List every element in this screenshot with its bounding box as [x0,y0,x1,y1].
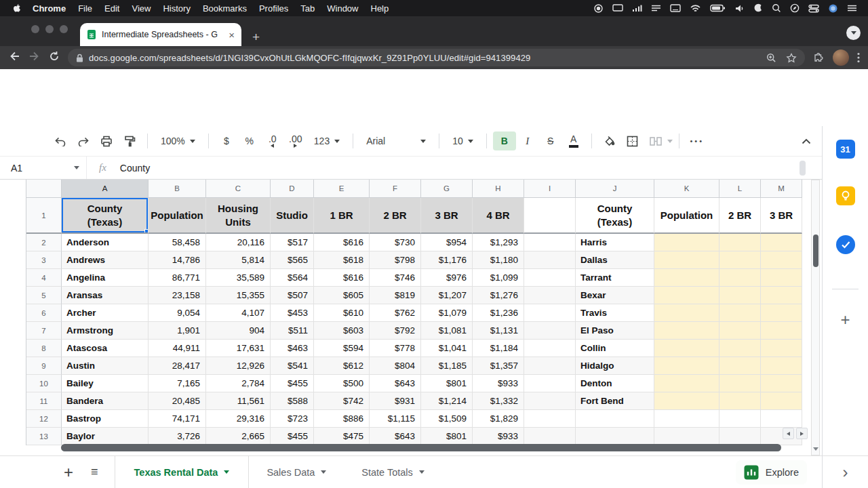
cell-F4[interactable]: $746 [370,269,421,287]
compass-icon[interactable] [790,3,800,13]
redo-button[interactable] [72,131,95,150]
extensions-puzzle-icon[interactable] [813,52,825,64]
formula-bar-handle[interactable] [800,161,806,176]
screen-record-icon[interactable] [593,3,604,14]
cell-C11[interactable]: 11,561 [206,392,271,410]
cell-E8[interactable]: $594 [314,340,370,357]
cell-F12[interactable]: $1,115 [370,410,421,428]
cell-C3[interactable]: 5,814 [206,251,271,269]
col-header-E[interactable]: E [314,180,370,198]
cell-G13[interactable]: $801 [421,428,473,445]
cell-A4[interactable]: Angelina [62,269,149,287]
col-header-B[interactable]: B [149,180,206,198]
cell-B3[interactable]: 14,786 [149,251,206,269]
cell-A13[interactable]: Baylor [62,428,149,445]
cell-M3[interactable] [761,251,802,269]
cell-D7[interactable]: $511 [271,322,314,340]
cell-K12[interactable] [654,410,719,428]
explore-button[interactable]: Explore [736,460,807,485]
sheet-tab-caret-icon[interactable] [224,470,229,474]
row-header-1[interactable]: 1 [26,198,62,234]
window-minimize-button[interactable] [45,25,54,33]
row-header-6[interactable]: 6 [26,304,62,322]
borders-button[interactable] [621,131,644,150]
cell-H5[interactable]: $1,276 [473,287,524,304]
cell-L4[interactable] [719,269,761,287]
cell-D5[interactable]: $507 [271,287,314,304]
cell-I11[interactable] [524,392,576,410]
side-panel-collapse[interactable]: › [822,455,868,488]
cell-H2[interactable]: $1,293 [473,234,524,251]
menu-bookmarks[interactable]: Bookmarks [197,3,253,14]
row-header-2[interactable]: 2 [26,234,62,251]
col-header-A[interactable]: A [62,180,149,198]
cell-E5[interactable]: $605 [314,287,370,304]
menu-edit[interactable]: Edit [98,3,125,14]
cell-G11[interactable]: $1,214 [421,392,473,410]
cell-F11[interactable]: $931 [370,392,421,410]
cell-B5[interactable]: 23,158 [149,287,206,304]
cell-G9[interactable]: $1,185 [421,357,473,375]
cell-I10[interactable] [524,375,576,392]
cell-B4[interactable]: 86,771 [149,269,206,287]
font-select[interactable]: Arial [359,131,433,150]
cell-K8[interactable] [654,340,719,357]
row-header-13[interactable]: 13 [26,428,62,445]
cell-K10[interactable] [654,375,719,392]
cell-G4[interactable]: $976 [421,269,473,287]
sheet-tab-caret-icon[interactable] [419,470,425,474]
cell-A7[interactable]: Armstrong [62,322,149,340]
bold-button[interactable]: B [493,131,516,150]
cell-C6[interactable]: 4,107 [206,304,271,322]
col-header-G[interactable]: G [421,180,473,198]
cell-D1[interactable]: Studio [271,198,314,234]
decrease-decimal-button[interactable]: .0 [261,131,284,150]
col-header-L[interactable]: L [719,180,761,198]
cell-A8[interactable]: Atascosa [62,340,149,357]
cell-D13[interactable]: $455 [271,428,314,445]
row-header-12[interactable]: 12 [26,410,62,428]
row-header-7[interactable]: 7 [26,322,62,340]
cell-K4[interactable] [654,269,719,287]
font-size-select[interactable]: 10 [446,131,480,150]
cell-E3[interactable]: $618 [314,251,370,269]
spotlight-search-icon[interactable] [772,3,781,13]
keep-icon[interactable] [836,186,855,205]
cell-L2[interactable] [719,234,761,251]
grid-corner[interactable] [26,180,62,198]
cell-C8[interactable]: 17,631 [206,340,271,357]
cell-A2[interactable]: Anderson [62,234,149,251]
bookmark-star-icon[interactable] [786,53,797,63]
formula-input[interactable]: County [120,163,150,174]
sheet-tab-sales-data[interactable]: Sales Data [249,456,344,488]
browser-menu-kebab-icon[interactable] [857,52,860,63]
cell-F13[interactable]: $643 [370,428,421,445]
increase-decimal-button[interactable]: .00 [284,131,307,150]
menu-window[interactable]: Window [321,3,364,14]
cell-I12[interactable] [524,410,576,428]
name-box[interactable]: A1 [0,157,87,179]
new-tab-button[interactable]: + [252,30,260,43]
vertical-scrollbar[interactable] [811,180,820,455]
cell-C7[interactable]: 904 [206,322,271,340]
cell-B1[interactable]: Population [149,198,206,234]
apple-icon[interactable] [12,3,21,14]
menu-tab[interactable]: Tab [294,3,321,14]
cell-J5[interactable]: Bexar [576,287,654,304]
menu-file[interactable]: File [72,3,98,14]
cell-G6[interactable]: $1,079 [421,304,473,322]
tab-search-icon[interactable] [846,26,861,40]
cell-K3[interactable] [654,251,719,269]
cell-I4[interactable] [524,269,576,287]
cell-I13[interactable] [524,428,576,445]
cell-I8[interactable] [524,340,576,357]
cell-J10[interactable]: Denton [576,375,654,392]
text-color-button[interactable]: A [562,131,585,150]
cell-E1[interactable]: 1 BR [314,198,370,234]
cell-M4[interactable] [761,269,802,287]
cell-L6[interactable] [719,304,761,322]
cell-J6[interactable]: Travis [576,304,654,322]
cell-A11[interactable]: Bandera [62,392,149,410]
col-header-C[interactable]: C [206,180,271,198]
cell-C4[interactable]: 35,589 [206,269,271,287]
